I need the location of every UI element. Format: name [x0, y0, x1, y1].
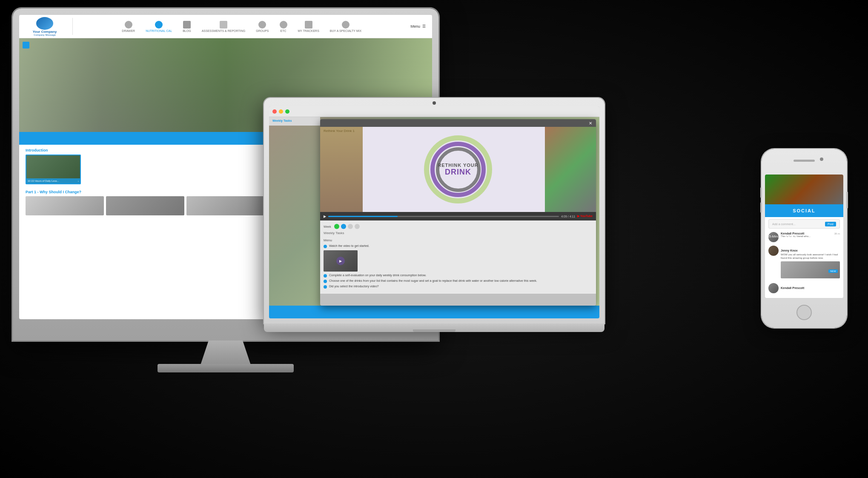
chat-video-thumb[interactable]: 45-Minute Tabata W... NEW [781, 261, 840, 278]
laptop-device: Weekly Tasks ✕ Rethink Your Drink 1 [264, 98, 604, 353]
intro-thumb-overlay: 10 22 Hours of Daily Less... › [26, 178, 80, 183]
task-item-1: Watch the video to get started. [324, 244, 593, 248]
chat-content-3: Kendall Prescott [781, 283, 840, 291]
new-badge: NEW [828, 269, 838, 273]
task-bullet-1 [324, 245, 327, 248]
video-progress-bar[interactable] [328, 216, 559, 217]
youtube-icon[interactable]: ▶ YouTube [577, 215, 593, 218]
modal-close-btn[interactable]: ✕ [588, 121, 593, 125]
nav-items: DRAWER NUTRITIONAL CAL BLOG ASSESSMENTS … [81, 21, 402, 32]
chevron-right-icon: › [78, 180, 79, 182]
weekly-tasks-label: Weekly Tasks [324, 231, 593, 235]
video-modal: ✕ Rethink Your Drink 1 RETHINK YOUR D [320, 119, 596, 306]
avatar-3 [768, 283, 779, 293]
week-dot-4 [355, 224, 360, 229]
task-bullet-2 [324, 274, 327, 278]
nav-divider [72, 18, 73, 35]
phone-camera [820, 157, 823, 161]
modal-content: Week Weekly Tasks Menu Watch the video t… [320, 220, 596, 294]
video-play-btn[interactable]: ▶ [324, 215, 326, 218]
thumb-1[interactable] [26, 196, 104, 215]
nav-menu-btn[interactable]: Menu ☰ [410, 24, 426, 29]
phone-social-bar: SOCIAL [765, 204, 843, 217]
phone-frame: SOCIAL Add a comment... Post Kendall Pre… [762, 149, 847, 328]
video-progress-fill [328, 216, 398, 217]
intro-thumbnail[interactable]: 10 22 Hours of Daily Less... › [26, 155, 81, 184]
laptop-blue-bar [269, 306, 599, 318]
nav-item-blog[interactable]: BLOG [183, 21, 191, 32]
chat-text-2: WOW you all seriously look awesome! I wi… [781, 253, 840, 260]
ryd-rethink-text: RETHINK YOUR [438, 163, 478, 168]
trackers-icon [305, 21, 312, 29]
nav-logo: Your Company Company Message [26, 17, 64, 36]
specialty-icon [342, 21, 349, 29]
nav-item-drawer[interactable]: DRAWER [122, 21, 135, 32]
phone-chat-area: Add a comment... Post Kendall Prescott 3… [765, 217, 843, 298]
company-logo-icon [36, 17, 53, 30]
task-item-2: Complete a self-evaluation on your daily… [324, 274, 593, 278]
nutritional-icon [155, 21, 163, 29]
nav-assessments-label: ASSESSMENTS & REPORTING [202, 29, 246, 32]
window-max-btn[interactable] [285, 109, 289, 114]
thumb-3[interactable] [186, 196, 265, 215]
nav-drawer-label: DRAWER [122, 29, 135, 32]
volume-up-button [760, 187, 762, 198]
chat-content-2: Jenny Knox WOW you all seriously look aw… [781, 246, 840, 280]
phone-hero-image [765, 175, 843, 204]
company-message: Company Message [34, 34, 56, 36]
thumb-2[interactable] [106, 196, 184, 215]
chat-thumb-label: 45-Minute Tabata W... [767, 235, 800, 238]
power-button [846, 192, 848, 209]
nav-item-trackers[interactable]: MY TRACKERS [298, 21, 319, 32]
post-button[interactable]: Post [825, 222, 836, 226]
add-comment-input[interactable]: Add a comment... Post [768, 219, 840, 229]
week-dot-1 [334, 224, 339, 229]
nav-item-nutritional[interactable]: NUTRITIONAL CAL [146, 21, 172, 32]
nav-nutritional-label: NUTRITIONAL CAL [146, 29, 172, 32]
chat-item-3: Kendall Prescott [768, 283, 840, 293]
left-panel-header: Weekly Tasks [269, 117, 320, 126]
phone-device: SOCIAL Add a comment... Post Kendall Pre… [762, 149, 847, 328]
chat-time-1: 35 m [834, 232, 840, 235]
week-label: Week [324, 225, 331, 228]
task-item-3: Choose one of the drinks from your list … [324, 279, 593, 283]
nav-trackers-label: MY TRACKERS [298, 29, 319, 32]
ryd-animation: RETHINK YOUR DRINK [422, 133, 494, 206]
play-icon: ▶ [339, 259, 342, 263]
nav-item-etc[interactable]: ETC [280, 21, 287, 32]
task-3-text: Choose one of the drinks from your list … [329, 279, 537, 282]
assessments-icon [220, 21, 227, 29]
modal-video-thumbnail[interactable]: ▶ [324, 250, 358, 272]
company-name: Your Company [33, 30, 57, 34]
phone-screen: SOCIAL Add a comment... Post Kendall Pre… [765, 175, 843, 298]
video-controls: ▶ 4:09 / 4:11 ▶ YouTube [320, 212, 596, 220]
nav-etc-label: ETC [281, 29, 286, 32]
video-player: Rethink Your Drink 1 RETHINK YOUR DRINK [320, 127, 596, 212]
week-dot-3 [348, 224, 353, 229]
blog-icon [183, 21, 191, 29]
nav-item-groups[interactable]: GROUPS [256, 21, 269, 32]
nav-specialty-label: BUY A SPECIALTY MIX [330, 29, 361, 32]
window-close-btn[interactable] [272, 109, 277, 114]
intro-thumb-text: 10 22 Hours of Daily Less... [28, 180, 59, 182]
modal-thumb-play: ▶ [336, 257, 345, 265]
ryd-text-block: RETHINK YOUR DRINK [438, 163, 478, 177]
video-time: 4:09 / 4:11 [561, 215, 575, 218]
etc-icon [280, 21, 287, 29]
week-indicator: Week [324, 224, 593, 229]
monitor-nav: Your Company Company Message DRAWER NUTR… [19, 15, 432, 38]
modal-top-bar: ✕ [320, 119, 596, 127]
video-food-bg [545, 127, 596, 212]
laptop-screen: Weekly Tasks ✕ Rethink Your Drink 1 [269, 106, 599, 318]
new-badge-container: NEW [828, 266, 838, 274]
nav-item-specialty[interactable]: BUY A SPECIALTY MIX [330, 21, 361, 32]
window-min-btn[interactable] [279, 109, 283, 114]
nav-groups-label: GROUPS [256, 29, 269, 32]
nav-item-assessments[interactable]: ASSESSMENTS & REPORTING [202, 21, 246, 32]
volume-down-button [760, 202, 762, 213]
menu-label: Menu [410, 24, 420, 29]
home-button[interactable] [796, 305, 812, 320]
groups-icon [258, 21, 266, 29]
drawer-icon [125, 21, 132, 29]
laptop-bottom [264, 323, 604, 332]
